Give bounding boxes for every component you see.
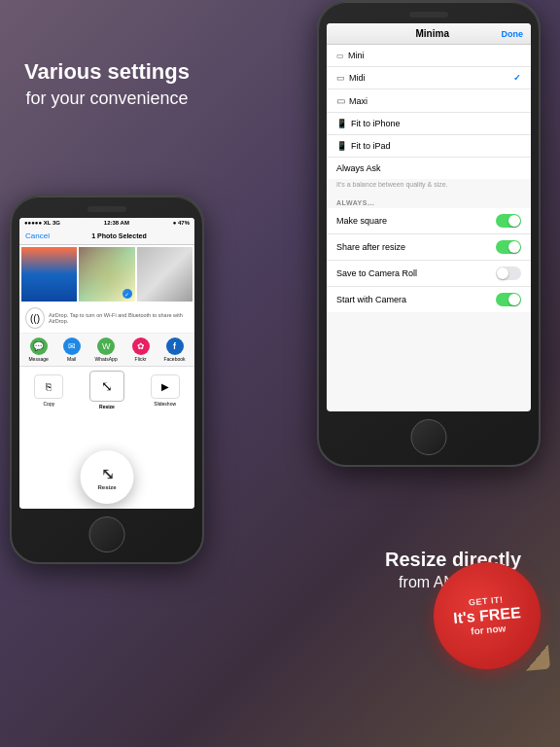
save-to-camera-row[interactable]: Save to Camera Roll (327, 261, 531, 287)
left-phone-shell: ●●●●● XL 3G 12:38 AM ● 47% Cancel 1 Phot… (10, 195, 204, 564)
message-label: Message (28, 356, 48, 362)
facebook-icon: f (166, 338, 184, 355)
carrier-text: ●●●●● XL 3G (24, 220, 60, 226)
maxi-label: ▭ Maxi (336, 95, 368, 106)
share-mail[interactable]: ✉ Mail (63, 338, 81, 362)
photo-checkmark: ✓ (122, 289, 132, 299)
fit-iphone-icon: 📱 (336, 119, 347, 128)
share-whatsapp[interactable]: W WhatsApp (95, 338, 118, 362)
copy-item[interactable]: ⎘ Copy (34, 374, 63, 407)
share-icons-row: 💬 Message ✉ Mail W WhatsApp ✿ Flickr (19, 334, 194, 367)
fit-iphone-label: 📱 Fit to iPhone (336, 119, 401, 128)
share-flickr[interactable]: ✿ Flickr (132, 338, 150, 362)
copy-label: Copy (43, 401, 54, 407)
mini-row[interactable]: ▭ Mini (327, 45, 531, 67)
mini-icon: ▭ (336, 52, 344, 60)
whatsapp-icon: W (97, 338, 115, 355)
start-with-camera-toggle[interactable] (496, 293, 521, 306)
always-section-header: ALWAYS... (327, 194, 531, 208)
resize-bubble[interactable]: ⤡ Resize (81, 450, 134, 504)
status-bar: ●●●●● XL 3G 12:38 AM ● 47% (19, 218, 194, 228)
photo-food[interactable]: ✓ (79, 247, 134, 302)
always-section: Make square Share after resize Save to C… (327, 208, 531, 312)
start-with-camera-row[interactable]: Start with Camera (327, 287, 531, 312)
slideshow-label: Slideshow (154, 401, 176, 407)
fit-ipad-row[interactable]: 📱 Fit to iPad (327, 135, 531, 158)
slideshow-item[interactable]: ▶ Slideshow (151, 374, 180, 407)
save-to-camera-toggle[interactable] (496, 267, 521, 280)
sticker-for-now: for now (471, 622, 507, 636)
fit-ipad-icon: 📱 (336, 141, 347, 151)
airdrop-row: (() AirDrop. Tap to turn on Wi-Fi and Bl… (19, 303, 194, 334)
resize-bubble-icon: ⤡ (101, 465, 114, 483)
resize-item[interactable]: ⤡ Resize (89, 371, 124, 409)
settings-title: Minima (416, 28, 449, 39)
airdrop-text: AirDrop. Tap to turn on Wi-Fi and Blueto… (49, 312, 189, 324)
flickr-icon: ✿ (132, 338, 150, 355)
mini-label: ▭ Mini (336, 51, 365, 60)
resize-icon-box: ⤡ (89, 371, 124, 402)
left-iphone: ●●●●● XL 3G 12:38 AM ● 47% Cancel 1 Phot… (10, 195, 204, 564)
time-text: 12:38 AM (104, 220, 129, 226)
share-message[interactable]: 💬 Message (28, 338, 48, 362)
size-options-section: ▭ Mini ▭ Midi ✓ ▭ (327, 45, 531, 179)
midi-icon: ▭ (336, 73, 345, 83)
maxi-icon: ▭ (336, 95, 345, 106)
fit-ipad-text: Fit to iPad (351, 141, 391, 151)
midi-text: Midi (349, 73, 366, 83)
photo-count-title: 1 Photo Selected (91, 232, 146, 239)
whatsapp-label: WhatsApp (95, 356, 118, 362)
left-title-line2: for your convenience (19, 89, 194, 109)
battery-text: ● 47% (173, 220, 190, 226)
make-square-text: Make square (336, 216, 387, 226)
fit-iphone-row[interactable]: 📱 Fit to iPhone (327, 113, 531, 135)
always-ask-text: Always Ask (336, 163, 381, 173)
resize-label: Resize (99, 404, 115, 409)
mail-icon: ✉ (63, 338, 81, 355)
midi-label: ▭ Midi (336, 73, 366, 83)
photo-sky[interactable] (21, 247, 77, 302)
right-phone-shell: Minima Done ▭ Mini ▭ (317, 0, 541, 467)
always-ask-label: Always Ask (336, 163, 381, 173)
copy-icon: ⎘ (34, 374, 63, 399)
photo-grid: ✓ (19, 245, 194, 303)
left-phone-screen: ●●●●● XL 3G 12:38 AM ● 47% Cancel 1 Phot… (19, 218, 194, 509)
share-after-resize-row[interactable]: Share after resize (327, 234, 531, 261)
right-title-line1: Resize directly (356, 547, 550, 572)
settings-nav: Minima Done (327, 23, 531, 45)
fit-iphone-text: Fit to iPhone (351, 119, 401, 128)
always-ask-row[interactable]: Always Ask (327, 158, 531, 179)
share-after-resize-text: Share after resize (336, 242, 405, 252)
resize-bubble-label: Resize (97, 484, 116, 490)
share-after-resize-toggle[interactable] (496, 240, 521, 254)
start-with-camera-text: Start with Camera (336, 295, 406, 304)
right-iphone: Minima Done ▭ Mini ▭ (317, 0, 541, 467)
mail-label: Mail (67, 356, 76, 362)
left-screen-content: ●●●●● XL 3G 12:38 AM ● 47% Cancel 1 Phot… (19, 218, 194, 509)
share-facebook[interactable]: f Facebook (164, 338, 186, 362)
right-screen-content: Minima Done ▭ Mini ▭ (327, 23, 531, 411)
left-headline: Various settings for your convenience (19, 58, 194, 109)
slideshow-icon: ▶ (151, 374, 180, 399)
midi-row[interactable]: ▭ Midi ✓ (327, 67, 531, 89)
maxi-text: Maxi (349, 96, 368, 106)
maxi-row[interactable]: ▭ Maxi (327, 89, 531, 113)
message-icon: 💬 (30, 338, 48, 355)
save-to-camera-text: Save to Camera Roll (336, 268, 417, 278)
right-phone-screen: Minima Done ▭ Mini ▭ (327, 23, 531, 411)
photo-indoor[interactable] (137, 247, 192, 302)
cancel-button[interactable]: Cancel (25, 231, 50, 240)
make-square-row[interactable]: Make square (327, 208, 531, 234)
fit-ipad-label: 📱 Fit to iPad (336, 141, 391, 151)
left-nav-bar: Cancel 1 Photo Selected (19, 228, 194, 245)
facebook-label: Facebook (164, 356, 186, 362)
make-square-toggle[interactable] (496, 214, 521, 228)
mini-text: Mini (348, 51, 365, 60)
left-title-line1: Various settings (19, 58, 194, 87)
flickr-label: Flickr (135, 356, 147, 362)
size-footer: It's a balance between quality & size. (327, 179, 531, 194)
airdrop-icon: (() (25, 307, 45, 329)
done-button[interactable]: Done (501, 29, 523, 39)
copy-row: ⎘ Copy ⤡ Resize ▶ Slideshow (19, 367, 194, 413)
midi-checkmark: ✓ (513, 73, 521, 83)
